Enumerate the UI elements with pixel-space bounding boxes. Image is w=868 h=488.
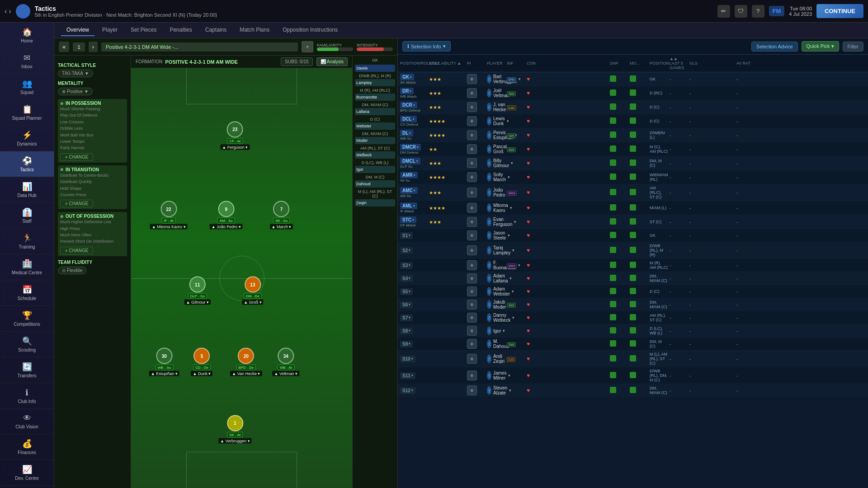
table-row[interactable]: DL ▾ WB Su ★★★★ ⊕ 👤 Pervis Estupiñan ▾ S… [398, 128, 868, 142]
continue-button[interactable]: CONTINUE [816, 4, 863, 18]
player-node-vanhecke[interactable]: 20 BPD - De ▲ Van Hecke ▾ [230, 348, 262, 376]
tactical-style-value[interactable]: TIKI-TAKA ▼ [58, 70, 93, 77]
fluidity-value[interactable]: ⊙Flexible [58, 267, 86, 274]
player-chevron[interactable]: ▾ [511, 161, 513, 165]
nav-forward[interactable]: › [9, 7, 11, 15]
pi-icon[interactable]: ⊕ [467, 74, 477, 84]
sidebar-item-competitions[interactable]: 🏆Competitions [0, 306, 54, 332]
tab-overview[interactable]: Overview [61, 24, 94, 36]
sidebar-item-tactics[interactable]: ⚽Tactics [0, 151, 54, 177]
player-chevron[interactable]: ▾ [508, 175, 510, 179]
table-row[interactable]: S11 ▾ ⊕ 👤 James Milner ▾ ♥ D/WB (RL), DM… [398, 367, 868, 384]
edit-icon[interactable]: ✏ [717, 5, 730, 18]
player-node-kaoru[interactable]: 22 IF - At ▲ Mitoma Kaoru ▾ [150, 201, 188, 230]
pi-icon[interactable]: ⊕ [467, 116, 477, 126]
sidebar-item-club-vision[interactable]: 👁Club Vision [0, 409, 54, 434]
table-row[interactable]: DCL ▾ CD Defend ★★★★ ⊕ 👤 Lewis Dunk ▾ ♥ … [398, 114, 868, 128]
analysis-button[interactable]: 📊 Analysis [316, 57, 348, 66]
player-chevron[interactable]: ▾ [510, 206, 512, 210]
tab-match-plans[interactable]: Match Plans [234, 24, 275, 36]
player-node-joaopedro[interactable]: 9 AM - Su ▲ João Pedro ▾ [210, 201, 243, 230]
player-chevron[interactable]: ▾ [509, 388, 511, 393]
sub-steele[interactable]: Steele [355, 65, 395, 72]
table-row[interactable]: S3 ▾ ⊕ 👤 F. Buonanotte ▾ Wnt ♥ M (R), AM… [398, 259, 868, 272]
filter-button[interactable]: Filter [843, 42, 863, 52]
player-node-estupinan[interactable]: 30 WB - Su ▲ Estupiñan ▾ [149, 348, 179, 376]
shield-icon[interactable]: 🛡 [735, 5, 747, 18]
sub-lallana[interactable]: Lallana [355, 108, 395, 115]
pi-icon[interactable]: ⊕ [467, 354, 477, 364]
pi-icon[interactable]: ⊕ [467, 130, 477, 140]
table-row[interactable]: GK ▾ SK Attack ★★★ ⊕ 👤 Bart Verbruggen ▾… [398, 72, 868, 86]
sidebar-item-scouting[interactable]: 🔍Scouting [0, 332, 54, 357]
pi-icon[interactable]: ⊕ [467, 188, 477, 197]
sub-zeqiri[interactable]: Zeqiri [355, 199, 395, 206]
table-row[interactable]: S8 ▾ ⊕ 👤 Igor ▾ ♥ D (LC), WB (L) - - - [398, 324, 868, 338]
selection-info-button[interactable]: ℹ Selection Info ▾ [402, 41, 451, 52]
sidebar-item-club-info[interactable]: ℹClub Info [0, 383, 54, 409]
formation-name[interactable]: POSITIVE 4-2-3-1 DM AM WIDE [165, 59, 238, 65]
sub-webster[interactable]: Webster [355, 122, 395, 130]
mentality-value[interactable]: ⊕Positive ▼ [58, 88, 93, 95]
player-chevron[interactable]: ▾ [514, 220, 516, 224]
pi-icon[interactable]: ⊕ [467, 260, 477, 270]
table-row[interactable]: S5 ▾ ⊕ 👤 Adam Webster ▾ ♥ D (C) - - - [398, 285, 868, 298]
sidebar-item-dev-centre[interactable]: 📈Dev. Centre [0, 460, 54, 486]
player-node-verbruggen[interactable]: 1 SK - At ▲ Verbruggen ▾ [218, 415, 251, 443]
table-row[interactable]: S1 ▾ ⊕ 👤 Jason Steele ▾ ♥ GK - - - [398, 229, 868, 242]
sub-moder[interactable]: Moder [355, 137, 395, 144]
tab-set-pieces[interactable]: Set Pieces [125, 24, 162, 36]
pi-icon[interactable]: ⊕ [467, 158, 477, 168]
player-node-ferguson[interactable]: 23 CF - At ▲ Ferguson ▾ [220, 121, 250, 150]
sub-igor[interactable]: Igor [355, 166, 395, 173]
quick-pick-button[interactable]: Quick Pick ▾ [802, 41, 839, 52]
selection-advice-button[interactable]: Selection Advice [751, 42, 798, 52]
pi-icon[interactable]: ⊕ [467, 385, 477, 395]
tab-penalties[interactable]: Penalties [164, 24, 197, 36]
sidebar-item-squad[interactable]: 👥Squad [0, 74, 54, 100]
player-chevron[interactable]: ▾ [509, 276, 512, 281]
table-row[interactable]: S6 ▾ ⊕ 👤 Jakub Moder ▾ Set ♥ DM, M/AM (C… [398, 298, 868, 311]
sidebar-item-staff[interactable]: 👔Staff [0, 203, 54, 229]
pi-icon[interactable]: ⊕ [467, 371, 477, 380]
table-row[interactable]: S12 ▾ ⊕ 👤 Steven Alzate ▾ ♥ DM, M/AM (C)… [398, 384, 868, 397]
table-row[interactable]: DCR ▾ BPD Defend ★★★ ⊕ 👤 J. van Hecke ▾ … [398, 100, 868, 114]
sidebar-item-training[interactable]: 🏃Training [0, 229, 54, 254]
sidebar-item-squad-planner[interactable]: 📋Squad Planner [0, 100, 54, 126]
pi-icon[interactable]: ⊕ [467, 273, 477, 283]
help-icon[interactable]: ? [752, 5, 764, 18]
tactic-name[interactable]: Positive 4-2-3-1 DM AM Wide -... [101, 42, 298, 52]
sidebar-item-finances[interactable]: 💰Finances [0, 434, 54, 460]
pi-icon[interactable]: ⊕ [467, 172, 477, 182]
sub-lamptey[interactable]: Lamptey [355, 79, 395, 86]
pi-icon[interactable]: ⊕ [467, 217, 477, 227]
nav-back[interactable]: ‹ [5, 7, 7, 15]
tab-player[interactable]: Player [97, 24, 123, 36]
player-node-veltman[interactable]: 34 WB - At ▲ Veltman ▾ [273, 348, 299, 376]
table-row[interactable]: DMCR ▾ DM Defend ★★ ⊕ 👤 Pascal Groß ▾ Se… [398, 142, 868, 156]
table-row[interactable]: S4 ▾ ⊕ 👤 Adam Lallana ▾ ♥ DM, M/AM (C) -… [398, 272, 868, 285]
player-chevron[interactable]: ▾ [507, 119, 509, 123]
pi-icon[interactable]: ⊕ [467, 102, 477, 112]
pi-icon[interactable]: ⊕ [467, 286, 477, 296]
change-possession-button[interactable]: »CHANGE [60, 153, 93, 161]
player-chevron[interactable]: ▾ [512, 315, 514, 320]
player-chevron[interactable]: ▾ [503, 328, 505, 333]
pi-icon[interactable]: ⊕ [467, 230, 477, 240]
table-row[interactable]: AML ▾ IF Attack ★★★★ ⊕ 👤 Mitoma Kaoru ▾ … [398, 201, 868, 215]
player-chevron[interactable]: ▾ [508, 233, 510, 238]
table-row[interactable]: AMC ▾ AM Su ★★★ ⊕ 👤 João Pedro ▾ Wnt ♥ A… [398, 184, 868, 201]
player-node-gross[interactable]: 13 DM - De ▲ Groß ▾ [242, 277, 263, 305]
change-transition-button[interactable]: »CHANGE [60, 200, 93, 207]
pi-icon[interactable]: ⊕ [467, 300, 477, 310]
pi-icon[interactable]: ⊕ [467, 88, 477, 98]
pi-icon[interactable]: ⊕ [467, 203, 477, 213]
player-chevron[interactable]: ▾ [512, 289, 514, 294]
player-chevron[interactable]: ▾ [512, 248, 514, 253]
table-row[interactable]: STC ▾ CF Attack ★★★ ⊕ 👤 Evan Ferguson ▾ … [398, 215, 868, 229]
tab-captains[interactable]: Captains [200, 24, 232, 36]
pi-icon[interactable]: ⊕ [467, 313, 477, 323]
sub-buonanotte[interactable]: Buonanotte [355, 94, 395, 101]
sub-dahoud[interactable]: Dahoud [355, 180, 395, 188]
table-row[interactable]: DR ▾ WB Attack ★★★ ⊕ 👤 Joël Veltman ▾ Se… [398, 86, 868, 100]
